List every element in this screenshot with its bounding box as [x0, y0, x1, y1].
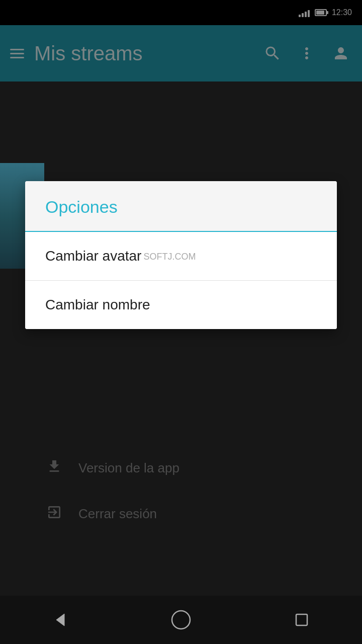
- cambiar-avatar-label: Cambiar avatarSOFTJ.COM: [45, 248, 196, 264]
- dialog-option-cambiar-nombre[interactable]: Cambiar nombre: [25, 281, 337, 329]
- modal-overlay: Opciones Cambiar avatarSOFTJ.COM Cambiar…: [0, 0, 362, 644]
- cambiar-nombre-label: Cambiar nombre: [45, 297, 150, 312]
- dialog-title-section: Opciones: [25, 181, 337, 232]
- recents-button[interactable]: [282, 600, 322, 640]
- svg-rect-6: [296, 614, 307, 625]
- options-dialog: Opciones Cambiar avatarSOFTJ.COM Cambiar…: [25, 181, 337, 329]
- home-button[interactable]: [161, 600, 201, 640]
- dialog-option-cambiar-avatar[interactable]: Cambiar avatarSOFTJ.COM: [25, 232, 337, 281]
- back-button[interactable]: [40, 600, 80, 640]
- nav-bar: [0, 596, 362, 644]
- dialog-title: Opciones: [45, 197, 118, 216]
- svg-point-5: [172, 611, 190, 629]
- svg-marker-4: [56, 614, 64, 626]
- watermark: SOFTJ.COM: [143, 252, 196, 262]
